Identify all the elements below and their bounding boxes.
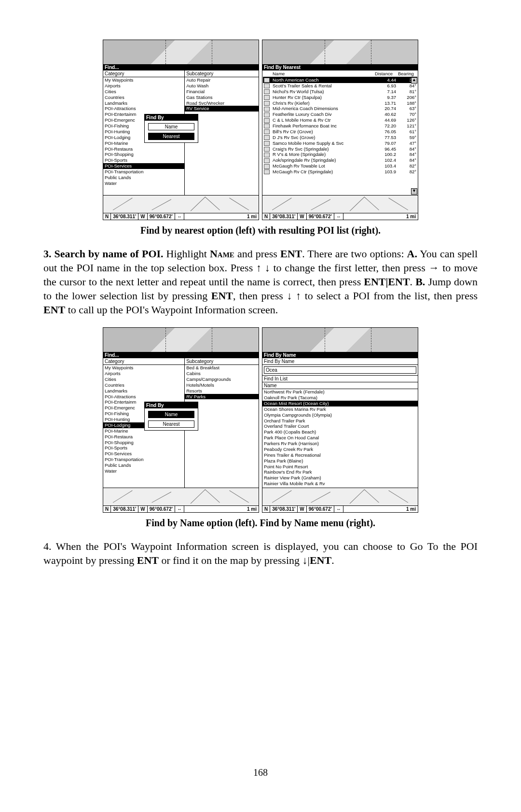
list-item[interactable]: Financial [185,89,259,95]
poi-icon [264,78,270,83]
table-row[interactable]: Firehawk Performance Boat Inc72.20121° [263,123,417,129]
list-item[interactable]: Countries [103,95,184,100]
page-number: 168 [0,767,521,778]
col-distance: Distance [374,70,397,77]
list-item[interactable]: Orchard Trailer Park [262,418,418,424]
name-results-list[interactable]: Northwest Rv Park (Ferndale)Oaknoll Rv P… [262,389,418,487]
figure-1: Find... Category My WaypointsAirportsCit… [43,40,478,220]
list-item[interactable]: Peabody Creek Rv Park [262,447,418,452]
name-button[interactable]: Name [148,411,194,418]
subcategory-list[interactable]: Auto RepairAuto WashFinancialGas Station… [185,77,259,112]
poi-results-table[interactable]: Name Distance Bearing North American Coa… [263,70,417,175]
nearest-button[interactable]: Nearest [148,420,194,428]
list-item[interactable]: Road Svc/Wrecker [185,100,259,106]
list-item[interactable]: Auto Wash [185,83,259,89]
list-item[interactable]: Hotels/Motels [185,382,259,388]
window-title: Find By Name [262,352,418,358]
list-item[interactable]: Public Lands [103,462,184,468]
table-row[interactable]: Nichol's Rv World (Tulsa)7.1481° [263,89,417,95]
table-row[interactable]: Samco Mobile Home Supply & Svc79.0747° [263,140,417,146]
list-item[interactable]: Airports [103,83,184,89]
list-item[interactable]: Park Place On Hood Canal [262,435,418,441]
poi-icon [264,84,270,88]
list-item[interactable]: POI-Attractions [103,106,184,112]
list-item[interactable]: Parkers Rv Park (Harrison) [262,441,418,447]
list-item[interactable]: Landmarks [103,100,184,106]
list-item[interactable]: RV Parks [185,394,259,400]
table-row[interactable]: Chris's Rv (Kiefer)13.71188° [263,100,417,106]
list-item[interactable]: POI-Restaura [103,146,184,152]
list-item[interactable]: POI-Services [103,451,184,457]
overlay-title: Find By [145,114,198,121]
list-item[interactable]: Overland Trailer Court [262,423,418,429]
table-row[interactable]: Scott's Trailer Sales & Rental6.9384° [263,83,417,89]
list-item[interactable]: Park 400 (Copalis Beach) [262,429,418,435]
scroll-up-icon[interactable]: ▲ [411,77,417,84]
list-item[interactable]: POI-Transportation [103,169,184,175]
list-item[interactable]: Cities [103,89,184,95]
list-item[interactable]: Water [103,181,184,186]
poi-icon [264,164,270,169]
list-item[interactable]: Pines Trailer & Recreational [262,452,418,458]
list-item[interactable]: Airports [103,371,184,377]
name-input[interactable]: Ocea [264,366,416,374]
table-row[interactable]: C & L Mobile Home & Rv Ctr44.69126° [263,117,417,123]
poi-icon [264,129,270,134]
list-item[interactable]: Auto Repair [185,77,259,83]
list-item[interactable]: Rainbow's End Rv Park [262,469,418,475]
table-row[interactable]: North American Coach4.4437° [263,77,417,83]
subcategory-list[interactable]: Bed & BreakfastCabinsCamps/CampgroundsHo… [185,365,259,399]
poi-icon [264,89,270,94]
list-item[interactable]: My Waypoints [103,365,184,371]
poi-icon [264,135,270,140]
scroll-down-icon[interactable]: ▼ [411,188,417,195]
status-bar: N 36°08.311' W 96°00.672' ↔ 1 mi [262,213,418,220]
table-row[interactable]: McGaugh Rv Towable Lot103.482° [263,163,417,169]
list-item[interactable]: Plaza Park (Blaine) [262,458,418,464]
list-item[interactable]: Water [103,468,184,474]
poi-icon [264,169,270,174]
list-item[interactable]: Camps/Campgrounds [185,377,259,382]
list-item[interactable]: POI-Transportation [103,457,184,462]
list-item[interactable]: Rainier Villa Mobile Park & Rv [262,481,418,487]
find-by-overlay: Find By Name Nearest [144,402,198,431]
list-item[interactable]: Cabins [185,371,259,377]
list-item[interactable]: Point No Point Resort [262,464,418,470]
list-item[interactable]: Countries [103,382,184,388]
list-item[interactable]: Public Lands [103,175,184,181]
list-item[interactable]: POI-Restaura [103,434,184,440]
find-by-overlay: Find By Name Nearest [144,114,198,143]
list-item[interactable]: Rainier View Park (Graham) [262,475,418,481]
list-item[interactable]: Gas Stations [185,95,259,100]
list-item[interactable]: Bed & Breakfast [185,365,259,371]
table-row[interactable]: Bill's Rv Ctr (Grove)76.0561° [263,129,417,135]
list-item[interactable]: Ocean Shores Marina Rv Park [262,406,418,412]
list-item[interactable]: POI-Shopping [103,440,184,446]
table-row[interactable]: R V's & More (Springdale)100.284° [263,152,417,157]
lat-value: 36°08.311' [111,213,138,220]
table-row[interactable]: D J's Rv Svc (Grove)77.5359° [263,135,417,140]
table-row[interactable]: Mid-America Coach Dimensions20.7463° [263,106,417,112]
table-row[interactable]: Hunter Rv Ctr (Sapulpa)9.37206° [263,95,417,100]
list-item[interactable]: Northwest Rv Park (Ferndale) [262,389,418,395]
list-item[interactable]: Oaknoll Rv Park (Tacoma) [262,395,418,401]
nearest-button[interactable]: Nearest [148,133,194,140]
list-item[interactable]: POI-Sports [103,445,184,451]
list-item[interactable]: POI-Sports [103,157,184,163]
list-item[interactable]: Ocean Mist Resort (Ocean City) [262,401,418,406]
list-item[interactable]: POI-Attractions [103,394,184,400]
name-button[interactable]: Name [148,123,194,130]
list-item[interactable]: RV Service [185,106,259,112]
list-item[interactable]: Resorts [185,388,259,394]
list-item[interactable]: POI-Services [103,163,184,169]
list-item[interactable]: Cities [103,377,184,382]
list-item[interactable]: My Waypoints [103,77,184,83]
table-row[interactable]: Craig's Rv Svc (Springdale)96.4584° [263,146,417,152]
table-row[interactable]: McGaugh Rv Ctr (Springdale)103.982° [263,169,417,175]
poi-icon [264,147,270,152]
list-item[interactable]: Landmarks [103,388,184,394]
table-row[interactable]: Featherlite Luxury Coach Div40.6270° [263,112,417,117]
list-item[interactable]: POI-Shopping [103,152,184,157]
list-item[interactable]: Olympia Campgrounds (Olympia) [262,412,418,418]
table-row[interactable]: Aok/springdale Rv (Springdale)102.484° [263,157,417,163]
